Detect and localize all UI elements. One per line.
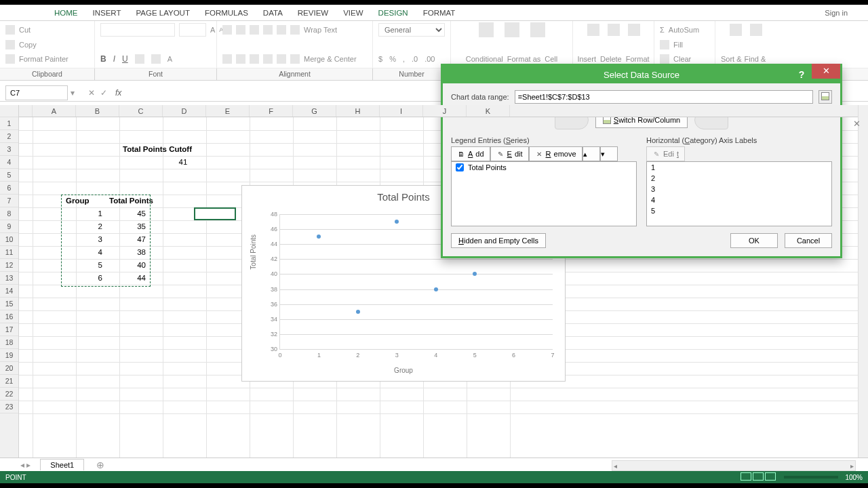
cut-button[interactable]: Cut [19,26,31,34]
copy-icon [5,40,15,49]
data-point[interactable] [395,220,399,224]
list-item[interactable]: 3 [647,184,831,195]
horizontal-scrollbar[interactable]: ◂▸ [612,460,856,471]
view-mode-icons[interactable] [741,472,777,482]
data-point[interactable] [317,235,321,239]
list-item[interactable]: Total Points [452,162,636,173]
underline-button[interactable]: U [122,54,128,64]
cell-title-value[interactable]: 41 [161,157,205,167]
status-bar: POINT 100% [0,471,868,483]
new-sheet-button[interactable]: ⊕ [87,458,114,472]
format-painter-button[interactable]: Format Painter [19,55,68,63]
ribbon: Cut Copy Format Painter AA BIUA Wrap Tex… [0,21,868,68]
status-mode: POINT [5,474,26,481]
list-item[interactable]: 1 [647,162,831,173]
number-format-select[interactable]: General [378,23,445,37]
axis-labels-list[interactable]: 1 2 3 4 5 [646,161,832,226]
ribbon-tabs: HOME INSERT PAGE LAYOUT FORMULAS DATA RE… [0,5,868,21]
data-point[interactable] [434,287,438,291]
series-checkbox[interactable] [456,163,464,171]
zoom-level[interactable]: 100% [845,474,863,481]
tab-format[interactable]: FORMAT [416,7,462,19]
bold-button[interactable]: B [100,54,106,64]
data-point[interactable] [473,272,477,276]
selected-range [61,195,151,287]
dialog-close-button[interactable]: ✕ [812,64,840,79]
chart-x-axis-label: Group [394,367,413,374]
font-size-select[interactable] [179,23,206,37]
close-panel-icon[interactable]: ✕ [852,119,861,129]
list-item[interactable]: 2 [647,173,831,184]
data-point[interactable] [356,310,360,314]
legend-entries-label: Legend Entries (Series) [451,136,637,144]
name-box[interactable]: C7 [5,85,68,100]
tab-formulas[interactable]: FORMULAS [198,7,255,19]
tab-design[interactable]: DESIGN [372,7,415,19]
chart-y-axis-label: Total Points [250,235,257,270]
copy-button[interactable]: Copy [19,41,37,49]
cancel-button[interactable]: Cancel [785,233,832,248]
tab-view[interactable]: VIEW [336,7,370,19]
wrap-text-button[interactable]: Wrap Text [304,26,337,34]
sign-in-link[interactable]: Sign in [825,9,848,17]
range-collapse-button[interactable] [818,90,832,104]
tab-review[interactable]: REVIEW [291,7,335,19]
ok-button[interactable]: OK [730,233,778,248]
fx-icon[interactable]: fx [115,88,121,98]
select-data-source-dialog: Select Data Source ? ✕ Chart data range:… [441,64,842,258]
font-family-select[interactable] [100,23,175,37]
dialog-help-button[interactable]: ? [791,66,812,83]
wrap-text-icon [290,25,300,35]
add-icon [457,150,465,158]
cancel-formula-icon[interactable]: ✕ [88,88,95,98]
merge-center-button[interactable]: Merge & Center [304,55,357,63]
enter-formula-icon[interactable]: ✓ [100,88,107,98]
move-down-button[interactable]: ▾ [600,146,618,161]
remove-icon [535,150,543,158]
collapse-icon [821,92,829,100]
remove-series-button[interactable]: Remove [529,146,583,161]
cut-icon [5,25,15,35]
format-painter-icon [5,54,15,64]
move-up-button[interactable]: ▴ [583,146,600,161]
add-series-button[interactable]: Add [451,146,490,161]
sheet-tab[interactable]: Sheet1 [40,459,84,470]
tab-insert[interactable]: INSERT [86,7,128,19]
italic-button[interactable]: I [113,54,115,64]
hidden-empty-cells-button[interactable]: Hidden and Empty Cells [451,233,546,248]
active-cell[interactable] [194,207,236,220]
tab-data[interactable]: DATA [256,7,290,19]
edit-axis-button[interactable]: Edit [646,146,685,161]
list-item[interactable]: 4 [647,195,831,205]
series-list[interactable]: Total Points [451,161,637,226]
dialog-title: Select Data Source ? ✕ [443,66,840,83]
cell-title[interactable]: Total Points Cutoff [121,144,229,154]
font-color-button[interactable]: A [167,55,172,63]
chart-range-label: Chart data range: [451,93,509,101]
axis-labels-label: Horizontal (Category) Axis Labels [646,136,832,144]
column-headers: A B C D E F G H I J K [19,105,858,117]
tab-home[interactable]: HOME [47,7,85,19]
chart-range-input[interactable] [515,90,813,104]
edit-icon [652,150,660,158]
tab-page-layout[interactable]: PAGE LAYOUT [129,7,196,19]
merge-icon [290,54,300,64]
edit-series-button[interactable]: Edit [490,146,529,161]
list-item[interactable]: 5 [647,205,831,216]
row-headers: 12 34 56 78 910 1112 1314 1516 1718 1920… [0,105,19,458]
edit-icon [496,150,505,158]
zoom-slider[interactable] [784,476,838,479]
